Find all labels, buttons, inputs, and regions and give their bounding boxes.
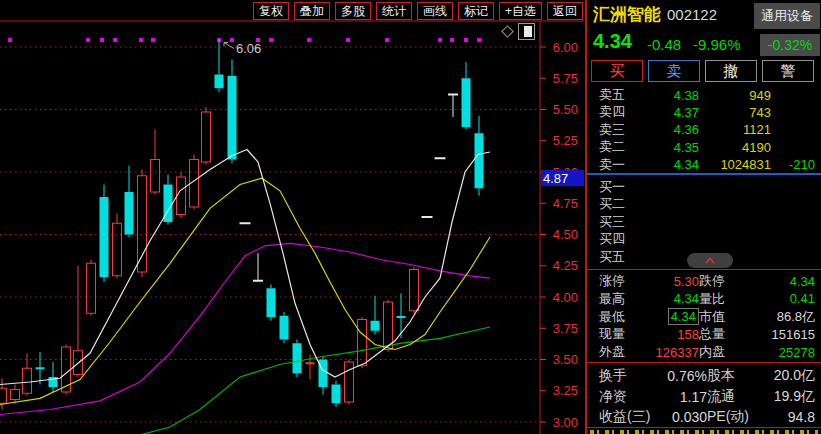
level-volume: 743 bbox=[699, 105, 771, 120]
ma-line-green bbox=[132, 327, 490, 434]
buy-button[interactable]: 买 bbox=[591, 60, 643, 82]
diamond-icon[interactable] bbox=[501, 25, 514, 38]
level-volume: 1024831 bbox=[699, 157, 771, 172]
event-dot bbox=[151, 38, 155, 42]
chevron-up-icon bbox=[704, 257, 716, 264]
stock-code: 002122 bbox=[667, 6, 717, 23]
level-price: 4.36 bbox=[641, 122, 699, 137]
annotation-label: 6.06 bbox=[236, 41, 261, 56]
candle-up bbox=[384, 302, 393, 350]
kline-chart-region: 6.005.755.505.255.004.754.504.254.003.75… bbox=[0, 0, 585, 434]
stat-label: 现量 bbox=[599, 325, 643, 343]
axis-label: 4.75 bbox=[553, 196, 578, 211]
event-dot bbox=[113, 38, 117, 42]
axis-label: 3.00 bbox=[553, 415, 578, 430]
event-dot bbox=[86, 38, 90, 42]
trade-buttons: 买 卖 撤 警 bbox=[587, 58, 821, 84]
stat-value: 4.34 bbox=[749, 274, 815, 289]
ask-row[interactable]: 卖四4.37743 bbox=[587, 103, 821, 120]
stat-label: 市值 bbox=[699, 308, 749, 326]
ask-row[interactable]: 卖一4.341024831-210 bbox=[587, 156, 821, 173]
fundamental-label: 换手 bbox=[599, 367, 661, 385]
cancel-order-button[interactable]: 撤 bbox=[705, 60, 757, 82]
level-volume: 4190 bbox=[699, 140, 771, 155]
stat-row: 最低4.34市值86.8亿 bbox=[587, 308, 821, 326]
event-dot bbox=[385, 38, 389, 42]
event-dot bbox=[438, 38, 442, 42]
collapse-handle[interactable] bbox=[687, 253, 733, 268]
toolbar-button-叠加[interactable]: 叠加 bbox=[294, 2, 330, 20]
candle-down bbox=[371, 321, 380, 331]
fundamental-label: 流通 bbox=[707, 388, 765, 406]
axis-label: 4.25 bbox=[553, 258, 578, 273]
candle-down bbox=[280, 316, 289, 340]
toolbar-button-复权[interactable]: 复权 bbox=[253, 2, 289, 20]
level-price: 4.35 bbox=[641, 140, 699, 155]
toolbar-button-返回[interactable]: 返回 bbox=[547, 2, 583, 20]
stat-label: 总量 bbox=[699, 325, 749, 343]
bid-book: 买一买二买三买四买五 bbox=[587, 178, 821, 265]
panel-layout-icon-fill bbox=[524, 26, 532, 37]
toolbar-button-画线[interactable]: 画线 bbox=[417, 2, 453, 20]
fundamentals-grid: 换手0.76%股本20.0亿净资1.17流通19.9亿收益(三)0.030PE(… bbox=[587, 366, 821, 428]
axis-label: 6.00 bbox=[553, 40, 578, 55]
alert-button[interactable]: 警 bbox=[762, 60, 814, 82]
candle-down bbox=[293, 343, 302, 373]
candle-down bbox=[228, 76, 237, 160]
bid-ask-separator bbox=[587, 173, 821, 175]
level-price: 4.34 bbox=[641, 157, 699, 172]
stat-value: 158 bbox=[643, 327, 699, 342]
candle-up bbox=[0, 388, 7, 403]
event-dot bbox=[307, 38, 311, 42]
axis-label: 5.25 bbox=[553, 133, 578, 148]
candle-up bbox=[138, 176, 147, 272]
sector-change-badge: -0.32% bbox=[760, 34, 820, 56]
price-tag-label: 4.87 bbox=[543, 171, 568, 186]
toolbar-button-+自选[interactable]: +自选 bbox=[499, 2, 542, 20]
toolbar-button-多股[interactable]: 多股 bbox=[335, 2, 371, 20]
sell-button[interactable]: 卖 bbox=[648, 60, 700, 82]
stat-row: 最高4.34量比0.41 bbox=[587, 290, 821, 308]
event-dot bbox=[477, 38, 481, 42]
candle-down bbox=[125, 192, 134, 235]
stat-label: 跌停 bbox=[699, 272, 749, 290]
fundamental-row: 净资1.17流通19.9亿 bbox=[587, 387, 821, 408]
ask-row[interactable]: 卖三4.361121 bbox=[587, 121, 821, 138]
candle-up bbox=[23, 368, 32, 393]
axis-label: 3.50 bbox=[553, 352, 578, 367]
quote-panel: 汇洲智能 002122 通用设备 -0.32% 4.34 -0.48 -9.96… bbox=[585, 0, 821, 434]
toolbar-button-标记[interactable]: 标记 bbox=[458, 2, 494, 20]
fundamental-label: 股本 bbox=[707, 367, 765, 385]
fundamental-label: 净资 bbox=[599, 388, 661, 406]
fundamental-value: 94.8 bbox=[765, 409, 815, 425]
bid-row[interactable]: 买三 bbox=[587, 213, 821, 230]
bid-row[interactable]: 买一 bbox=[587, 178, 821, 195]
fundamental-value: 1.17 bbox=[661, 389, 707, 405]
candle-down bbox=[100, 197, 109, 277]
clipped-text-row bbox=[590, 430, 818, 434]
bid-row[interactable]: 买四 bbox=[587, 230, 821, 247]
stat-value: 25278 bbox=[749, 345, 815, 360]
toolbar-button-统计[interactable]: 统计 bbox=[376, 2, 412, 20]
event-dot bbox=[450, 38, 454, 42]
level-label: 卖一 bbox=[599, 156, 641, 174]
ask-row[interactable]: 卖五4.38949 bbox=[587, 86, 821, 103]
event-dot bbox=[100, 38, 104, 42]
stat-row: 现量158总量151615 bbox=[587, 325, 821, 343]
axis-label: 3.75 bbox=[553, 321, 578, 336]
stock-trading-app: 6.005.755.505.255.004.754.504.254.003.75… bbox=[0, 0, 821, 434]
sector-badge[interactable]: 通用设备 bbox=[754, 3, 820, 29]
candlestick-chart[interactable]: 6.005.755.505.255.004.754.504.254.003.75… bbox=[0, 0, 585, 434]
fundamental-value: 20.0亿 bbox=[765, 367, 815, 385]
panel-layout-icon[interactable] bbox=[518, 23, 535, 40]
ma-line-white bbox=[0, 150, 490, 385]
bid-row[interactable]: 买二 bbox=[587, 195, 821, 212]
stat-row: 涨停5.30跌停4.34 bbox=[587, 272, 821, 290]
fundamental-label: PE(动) bbox=[707, 408, 765, 426]
level-price: 4.38 bbox=[641, 88, 699, 103]
stat-value: 4.34 bbox=[643, 291, 699, 306]
ma-line-magenta bbox=[0, 243, 490, 414]
event-dot bbox=[464, 38, 468, 42]
candle-down bbox=[267, 288, 276, 317]
ask-row[interactable]: 卖二4.354190 bbox=[587, 138, 821, 155]
